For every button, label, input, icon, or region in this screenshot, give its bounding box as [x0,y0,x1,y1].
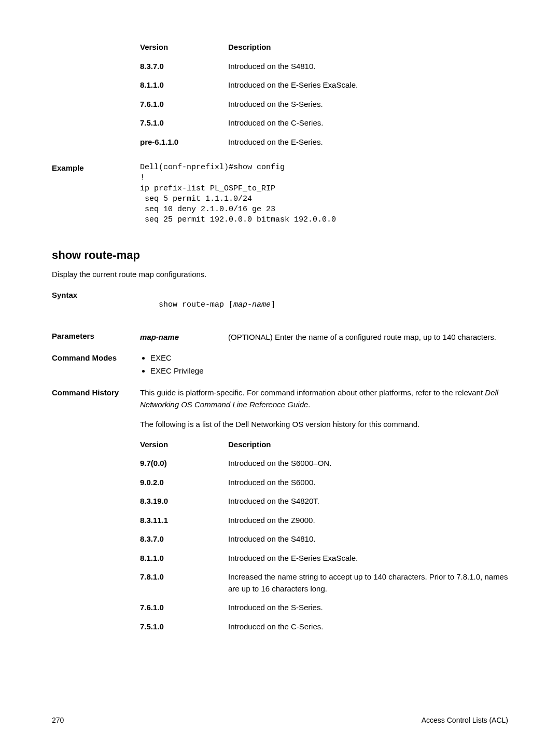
cell-version: 8.1.1.0 [140,79,228,91]
param-table: map-name (OPTIONAL) Enter the name of a … [140,332,508,343]
header-version: Version [140,439,228,451]
section-title: show route-map [52,246,508,264]
table-row: 8.3.7.0 Introduced on the S4810. [140,61,508,73]
table-row: 7.6.1.0 Introduced on the S-Series. [140,602,508,614]
header-description: Description [228,439,508,451]
table-header-row: Version Description [140,42,508,53]
table-row: 8.3.7.0 Introduced on the S4810. [140,533,508,545]
cell-description: Introduced on the E-Series ExaScale. [228,79,508,91]
page-number: 270 [52,715,64,726]
cell-version: 7.5.1.0 [140,621,228,633]
parameters-row: Parameters map-name (OPTIONAL) Enter the… [52,330,508,343]
table-row: 9.0.2.0 Introduced on the S6000. [140,477,508,489]
cell-version: 8.3.11.1 [140,515,228,527]
cell-version: 7.8.1.0 [140,571,228,595]
example-code: Dell(conf-nprefixl)#show config ! ip pre… [140,162,508,226]
syntax-prefix: show route-map [ [159,300,233,309]
cell-version: 9.0.2.0 [140,477,228,489]
command-history-label: Command History [52,387,140,640]
command-modes-label: Command Modes [52,352,140,378]
section-intro: Display the current route map configurat… [52,269,508,281]
cell-description: Introduced on the S4810. [228,61,508,73]
cell-version: 8.3.7.0 [140,61,228,73]
cell-description: Introduced on the C-Series. [228,621,508,633]
table-row: 8.1.1.0 Introduced on the E-Series ExaSc… [140,553,508,564]
cell-description: Introduced on the Z9000. [228,515,508,527]
syntax-param: map-name [233,300,271,309]
cell-description: Introduced on the S4810. [228,533,508,545]
table-row: pre-6.1.1.0 Introduced on the E-Series. [140,136,508,148]
cell-description: Introduced on the S6000. [228,477,508,489]
table-row: 8.3.19.0 Introduced on the S4820T. [140,495,508,507]
top-version-table: Version Description 8.3.7.0 Introduced o… [140,42,508,148]
table-row: 7.6.1.0 Introduced on the S-Series. [140,99,508,111]
history-text-1: This guide is platform-specific. For com… [140,387,508,410]
example-block: Example Dell(conf-nprefixl)#show config … [52,162,508,226]
mode-item: EXEC Privilege [150,365,508,377]
cell-description: Introduced on the E-Series. [228,136,508,148]
command-modes-row: Command Modes EXEC EXEC Privilege [52,352,508,378]
cell-version: 9.7(0.0) [140,458,228,470]
parameters-content: map-name (OPTIONAL) Enter the name of a … [140,330,508,343]
history-text-1-pre: This guide is platform-specific. For com… [140,388,485,397]
header-version: Version [140,42,228,53]
history-text-1-post: . [308,400,310,409]
table-row: 7.8.1.0 Increased the name string to acc… [140,571,508,595]
header-description: Description [228,42,508,53]
parameters-label: Parameters [52,330,140,343]
cell-version: pre-6.1.1.0 [140,136,228,148]
cell-version: 8.1.1.0 [140,553,228,564]
cell-version: 7.5.1.0 [140,117,228,129]
command-modes-content: EXEC EXEC Privilege [140,352,508,378]
command-history-content: This guide is platform-specific. For com… [140,387,508,640]
table-row: 8.3.11.1 Introduced on the Z9000. [140,515,508,527]
page-footer: 270 Access Control Lists (ACL) [52,715,508,726]
param-name: map-name [140,332,228,343]
cell-version: 8.3.7.0 [140,533,228,545]
history-table-header: Version Description [140,439,508,451]
cell-version: 7.6.1.0 [140,99,228,111]
table-row: 8.1.1.0 Introduced on the E-Series ExaSc… [140,79,508,91]
cell-version: 7.6.1.0 [140,602,228,614]
cell-description: Introduced on the S6000–ON. [228,458,508,470]
cell-description: Introduced on the S-Series. [228,602,508,614]
syntax-suffix: ] [271,300,275,309]
modes-list: EXEC EXEC Privilege [150,352,508,377]
cell-description: Increased the name string to accept up t… [228,571,508,595]
mode-item: EXEC [150,352,508,364]
table-row: 7.5.1.0 Introduced on the C-Series. [140,117,508,129]
table-row: 7.5.1.0 Introduced on the C-Series. [140,621,508,633]
cell-version: 8.3.19.0 [140,495,228,507]
history-text-2: The following is a list of the Dell Netw… [140,419,508,431]
example-label: Example [52,162,140,226]
cell-description: Introduced on the S-Series. [228,99,508,111]
table-row: 9.7(0.0) Introduced on the S6000–ON. [140,458,508,470]
syntax-label: Syntax [52,290,140,321]
cell-description: Introduced on the S4820T. [228,495,508,507]
footer-title: Access Control Lists (ACL) [422,715,508,726]
syntax-row: Syntax show route-map [map-name] [52,290,508,321]
cell-description: Introduced on the C-Series. [228,117,508,129]
param-desc: (OPTIONAL) Enter the name of a configure… [228,332,508,343]
syntax-command: show route-map [map-name] [140,290,508,321]
cell-description: Introduced on the E-Series ExaScale. [228,553,508,564]
example-content: Dell(conf-nprefixl)#show config ! ip pre… [140,162,508,226]
command-history-row: Command History This guide is platform-s… [52,387,508,640]
